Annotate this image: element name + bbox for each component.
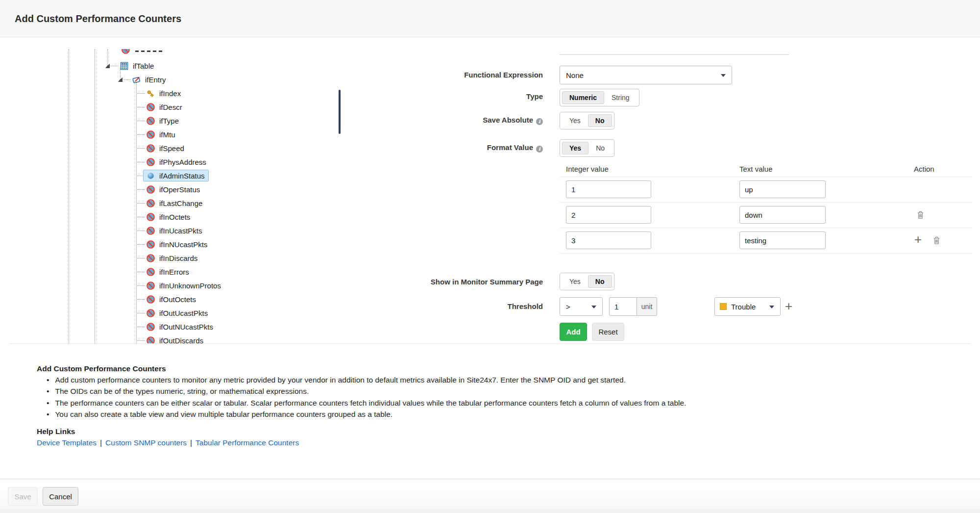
tree-node[interactable]: ifIndex — [143, 87, 185, 99]
tree-item-ifdescr[interactable]: ifDescr — [0, 101, 338, 113]
link-separator: | — [190, 438, 192, 447]
info-icon[interactable]: i — [536, 146, 543, 153]
tree-node[interactable]: ifInUnknownProtos — [143, 280, 225, 291]
show-in-monitor-toggle[interactable]: YesNo — [560, 273, 614, 290]
no-access-icon — [146, 322, 155, 332]
tree-item-label: ifTable — [133, 62, 154, 70]
help-link-device-templates[interactable]: Device Templates — [37, 438, 97, 447]
type-toggle[interactable]: NumericString — [560, 89, 639, 106]
threshold-value-input[interactable] — [609, 297, 637, 316]
tree-item-label: ifInNUcastPkts — [159, 240, 207, 249]
tree-node-selected[interactable]: ifAdminStatus — [143, 170, 209, 181]
tree-item-ifphysaddress[interactable]: ifPhysAddress — [0, 156, 338, 168]
tree-item-iftype[interactable]: ifType — [0, 115, 338, 127]
tree-item-ifindex[interactable]: ifIndex — [0, 87, 338, 99]
integer-value-input[interactable] — [566, 180, 651, 198]
toggle-option-yes[interactable]: Yes — [562, 114, 588, 127]
help-link-custom-snmp-counters[interactable]: Custom SNMP counters — [105, 438, 187, 447]
cancel-button[interactable]: Cancel — [43, 487, 78, 506]
no-access-icon — [121, 49, 130, 54]
format-value-toggle[interactable]: YesNo — [560, 139, 614, 157]
type-label-text: Type — [526, 92, 543, 101]
tree-item-iflastchange[interactable]: ifLastChange — [0, 197, 338, 209]
show-in-monitor-label: Show in Monitor Summary Page — [347, 277, 543, 287]
toggle-option-no[interactable]: No — [588, 142, 612, 154]
tree-node[interactable]: ifOutOctets — [143, 293, 200, 305]
tree-node[interactable]: ifSpeed — [143, 142, 188, 154]
tree-item-ifinucastpkts[interactable]: ifInUcastPkts — [0, 225, 338, 236]
tree-item-label: ifPhysAddress — [159, 158, 206, 166]
tree-node[interactable]: ifInNUcastPkts — [143, 238, 211, 250]
threshold-unit-suffix: unit — [637, 297, 657, 316]
save-absolute-toggle[interactable]: YesNo — [560, 112, 614, 129]
tree-item-ifmtu[interactable]: ifMtu — [0, 128, 338, 140]
no-access-icon — [146, 336, 155, 344]
integer-value-input[interactable] — [566, 231, 651, 249]
tree-node[interactable]: ifInUcastPkts — [143, 225, 206, 236]
toggle-option-yes[interactable]: Yes — [562, 275, 588, 288]
add-button[interactable]: Add — [560, 323, 587, 341]
chevron-down-icon — [721, 74, 726, 77]
tree-node[interactable]: ifOutDiscards — [143, 334, 207, 344]
tree-node[interactable]: ifDescr — [143, 101, 186, 113]
threshold-severity-value: Trouble — [731, 298, 756, 315]
page-title: Add Custom Performance Counters — [15, 0, 181, 37]
tree-item-ifspeed[interactable]: ifSpeed — [0, 142, 338, 154]
tree-item-ifinunknownprotos[interactable]: ifInUnknownProtos — [0, 280, 338, 291]
integer-value-input[interactable] — [566, 206, 651, 224]
tree-item-ifoperstatus[interactable]: ifOperStatus — [0, 183, 338, 195]
info-icon[interactable]: i — [536, 118, 543, 125]
save-button[interactable]: Save — [8, 487, 38, 506]
delete-row-icon[interactable] — [933, 236, 940, 247]
tree-node[interactable]: ifMtu — [143, 128, 179, 140]
tree-item-ifoutoctets[interactable]: ifOutOctets — [0, 293, 338, 305]
tree-item-ifoutucastpkts[interactable]: ifOutUcastPkts — [0, 307, 338, 319]
reset-button[interactable]: Reset — [592, 323, 624, 341]
add-row-icon[interactable]: + — [914, 234, 922, 244]
text-value-input[interactable] — [739, 180, 826, 198]
tree-item-ifoutnucastpkts[interactable]: ifOutNUcastPkts — [0, 321, 338, 333]
tree-item-ifentry[interactable]: ifEntry — [0, 74, 338, 85]
tree-item-ifoutdiscards[interactable]: ifOutDiscards — [0, 334, 338, 344]
tree-item-ifadminstatus[interactable]: ifAdminStatus — [0, 170, 338, 181]
functional-expression-dropdown[interactable]: None — [560, 66, 732, 84]
add-threshold-icon[interactable]: + — [785, 301, 792, 311]
toggle-option-no[interactable]: No — [588, 114, 612, 127]
text-value-input[interactable] — [739, 231, 826, 249]
no-access-icon — [146, 254, 155, 263]
tree-node[interactable]: ifLastChange — [143, 197, 206, 209]
tree-node[interactable]: ifOperStatus — [143, 183, 204, 195]
delete-row-icon[interactable] — [917, 210, 924, 221]
tree-node[interactable]: ifInErrors — [143, 266, 193, 278]
threshold-severity-dropdown[interactable]: Trouble — [714, 297, 781, 316]
tree-node[interactable]: ifInOctets — [143, 211, 194, 223]
toggle-option-no[interactable]: No — [588, 275, 612, 288]
toggle-option-string[interactable]: String — [604, 91, 637, 104]
help-bullet: Add custom performance counters to monit… — [47, 376, 626, 385]
tree-item-iftable[interactable]: ifTable — [0, 60, 338, 72]
tree-scrollbar-thumb[interactable] — [339, 90, 341, 134]
tree-node[interactable]: ifEntry — [129, 74, 170, 85]
tree-expander-icon[interactable] — [118, 77, 122, 82]
selected-dot-icon — [146, 171, 155, 180]
tree-item-label: ifOutNUcastPkts — [159, 323, 213, 331]
threshold-operator-dropdown[interactable]: > — [560, 297, 603, 316]
bottom-strip — [0, 509, 980, 513]
tree-item-ifinnucastpkts[interactable]: ifInNUcastPkts — [0, 238, 338, 250]
help-link-tabular-performance-counters[interactable]: Tabular Performance Counters — [196, 438, 299, 447]
tree-item-ifinerrors[interactable]: ifInErrors — [0, 266, 338, 278]
tree-node[interactable]: ifPhysAddress — [143, 156, 210, 168]
text-value-input[interactable] — [739, 206, 826, 224]
key-icon — [146, 89, 155, 98]
toggle-option-yes[interactable]: Yes — [562, 142, 588, 154]
tree-node[interactable]: ifOutNUcastPkts — [143, 321, 217, 333]
tree-node[interactable]: ifTable — [117, 60, 158, 72]
tree-item-ifinoctets[interactable]: ifInOctets — [0, 211, 338, 223]
tree-expander-icon[interactable] — [105, 64, 110, 68]
tree-item-ifindiscards[interactable]: ifInDiscards — [0, 252, 338, 264]
tree-node[interactable]: ifOutUcastPkts — [143, 307, 212, 319]
tree-node[interactable]: ifType — [143, 115, 183, 127]
toggle-option-numeric[interactable]: Numeric — [562, 91, 604, 104]
tree-node[interactable]: ifInDiscards — [143, 252, 201, 264]
tree-item-clipped-top[interactable] — [0, 49, 338, 56]
